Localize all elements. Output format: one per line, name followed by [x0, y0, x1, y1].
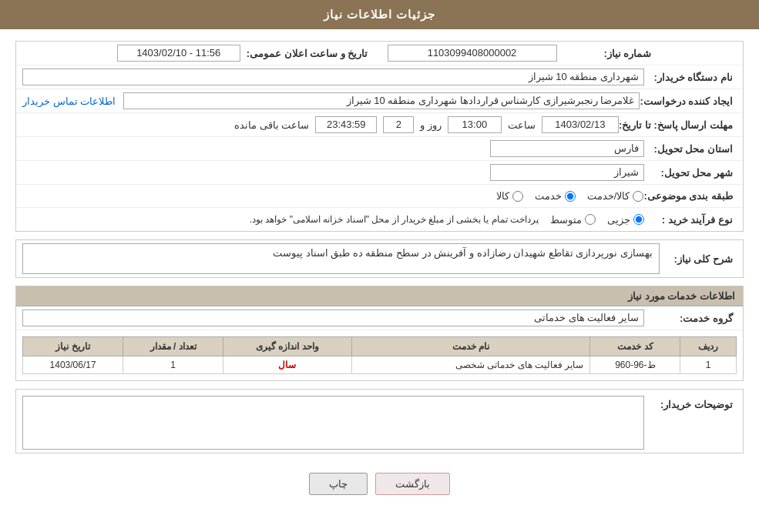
radio-medium: متوسط — [550, 214, 596, 226]
city-label: شهر محل تحویل: — [644, 167, 737, 179]
buyer-org-value: شهرداری منطقه 10 شیراز — [22, 69, 644, 85]
province-label: استان محل تحویل: — [644, 143, 737, 155]
buyer-org-label: نام دستگاه خریدار: — [644, 72, 737, 83]
province-value: فارس — [490, 140, 644, 157]
buttons-row: بازگشت چاپ — [15, 461, 744, 507]
need-number-field: شماره نیاز: 1103099408000002 — [388, 45, 737, 62]
col-unit: واحد اندازه گیری — [223, 337, 352, 356]
radio-partial: جزیی — [607, 214, 644, 226]
buyer-desc-label: توضیحات خریدار: — [644, 396, 737, 410]
radio-kala-khedmat-label: کالا/خدمت — [587, 190, 630, 202]
radio-kala-label: کالا — [496, 190, 509, 202]
city-value: شیراز — [490, 164, 644, 181]
radio-kala: کالا — [496, 190, 523, 202]
cell-date: 1403/06/17 — [23, 356, 123, 374]
creator-value: غلامرضا رنجبرشیرازی کارشناس قراردادها شه… — [123, 92, 640, 109]
buyer-desc-section: توضیحات خریدار: — [15, 389, 744, 453]
description-value: بهسازی نورپردازی تقاطع شهیدان رضازاده و … — [22, 243, 660, 274]
deadline-fields: 1403/02/13 ساعت 13:00 روز و 2 23:43:59 س… — [22, 116, 619, 133]
deadline-remain-label: ساعت باقی مانده — [234, 119, 309, 131]
row-city: شهر محل تحویل: شیراز — [16, 161, 743, 185]
print-button[interactable]: چاپ — [309, 473, 368, 495]
need-number-value: 1103099408000002 — [388, 45, 557, 62]
services-table: ردیف کد خدمت نام خدمت واحد اندازه گیری ت… — [22, 336, 737, 374]
row-category: طبقه بندی موضوعی: کالا/خدمت خدمت کالا — [16, 185, 743, 208]
radio-kala-input[interactable] — [512, 191, 523, 202]
purchase-type-radio-group: جزیی متوسط — [550, 214, 644, 226]
cell-qty: 1 — [123, 356, 223, 374]
main-form-section: شماره نیاز: 1103099408000002 تاریخ و ساع… — [15, 41, 744, 232]
description-label: شرح کلی نیاز: — [660, 253, 737, 265]
category-label: طبقه بندی موضوعی: — [643, 190, 737, 202]
deadline-remain-value: 23:43:59 — [315, 116, 377, 133]
service-group-value: سایر فعالیت های خدماتی — [22, 309, 644, 326]
page-wrapper: جزئیات اطلاعات نیاز شماره نیاز: 11030994… — [0, 0, 759, 532]
deadline-time-value: 13:00 — [448, 116, 502, 133]
deadline-date-value: 1403/02/13 — [542, 116, 619, 133]
row-purchase-type: نوع فرآیند خرید : جزیی متوسط پرداخت تمام… — [16, 208, 743, 231]
col-date: تاریخ نیاز — [23, 337, 123, 356]
cell-unit: سال — [223, 356, 352, 374]
table-row: 1960-96-طسایر فعالیت های خدماتی شخصیسال1… — [23, 356, 737, 374]
page-header: جزئیات اطلاعات نیاز — [0, 0, 759, 29]
radio-medium-input[interactable] — [585, 214, 596, 225]
description-section: شرح کلی نیاز: بهسازی نورپردازی تقاطع شهی… — [15, 239, 744, 278]
deadline-time-label: ساعت — [508, 119, 536, 131]
radio-khedmat-label: خدمت — [535, 190, 562, 202]
radio-partial-input[interactable] — [633, 214, 644, 225]
deadline-label: مهلت ارسال پاسخ: تا تاریخ: — [619, 119, 737, 131]
col-qty: تعداد / مقدار — [123, 337, 223, 356]
radio-khedmat-input[interactable] — [565, 191, 576, 202]
row-service-group: گروه خدمت: سایر فعالیت های خدماتی — [16, 306, 743, 330]
col-row: ردیف — [680, 337, 737, 356]
radio-kala-khedmat-input[interactable] — [633, 191, 643, 202]
announce-date-field: تاریخ و ساعت اعلان عمومی: 1403/02/10 - 1… — [22, 45, 388, 62]
services-title: اطلاعات خدمات مورد نیاز — [16, 286, 743, 306]
cell-row: 1 — [680, 356, 737, 374]
row-creator: ایجاد کننده درخواست: غلامرضا رنجبرشیرازی… — [16, 89, 743, 113]
row-buyer-desc: توضیحات خریدار: — [16, 390, 743, 453]
services-section: اطلاعات خدمات مورد نیاز گروه خدمت: سایر … — [15, 286, 744, 381]
col-name: نام خدمت — [351, 337, 590, 356]
service-group-label: گروه خدمت: — [644, 313, 737, 324]
creator-label: ایجاد کننده درخواست: — [640, 95, 737, 107]
purchase-notice: پرداخت تمام یا بخشی از مبلغ خریدار از مح… — [250, 214, 539, 225]
purchase-type-label: نوع فرآیند خرید : — [644, 214, 737, 226]
need-number-label: شماره نیاز: — [563, 48, 656, 59]
radio-khedmat: خدمت — [535, 190, 576, 202]
announce-date-value: 1403/02/10 - 11:56 — [117, 45, 240, 62]
cell-code: 960-96-ط — [590, 356, 680, 374]
category-radio-group: کالا/خدمت خدمت کالا — [496, 190, 644, 202]
radio-kala-khedmat: کالا/خدمت — [587, 190, 644, 202]
row-province: استان محل تحویل: فارس — [16, 137, 743, 161]
col-code: کد خدمت — [590, 337, 680, 356]
radio-medium-label: متوسط — [550, 214, 582, 226]
page-title: جزئیات اطلاعات نیاز — [324, 8, 435, 21]
row-buyer-org: نام دستگاه خریدار: شهرداری منطقه 10 شیرا… — [16, 65, 743, 89]
row-deadline: مهلت ارسال پاسخ: تا تاریخ: 1403/02/13 سا… — [16, 113, 743, 137]
back-button[interactable]: بازگشت — [375, 473, 450, 495]
announce-date-label: تاریخ و ساعت اعلان عمومی: — [247, 48, 372, 59]
deadline-days-value: 2 — [383, 116, 414, 133]
content-area: شماره نیاز: 1103099408000002 تاریخ و ساع… — [0, 29, 759, 518]
row-description: شرح کلی نیاز: بهسازی نورپردازی تقاطع شهی… — [16, 240, 743, 277]
services-table-container: ردیف کد خدمت نام خدمت واحد اندازه گیری ت… — [16, 330, 743, 380]
radio-partial-label: جزیی — [607, 214, 630, 226]
row-need-number: شماره نیاز: 1103099408000002 تاریخ و ساع… — [16, 42, 743, 65]
cell-name: سایر فعالیت های خدماتی شخصی — [351, 356, 590, 374]
buyer-desc-textarea[interactable] — [22, 396, 644, 450]
deadline-day-label: روز و — [420, 119, 442, 131]
contact-link[interactable]: اطلاعات تماس خریدار — [22, 95, 116, 107]
